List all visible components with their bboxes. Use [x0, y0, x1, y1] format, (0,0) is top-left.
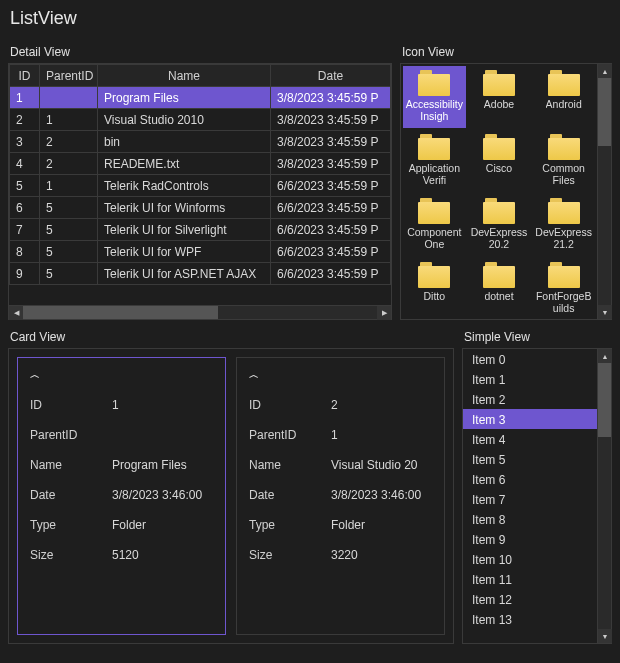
- column-header[interactable]: ID: [10, 65, 40, 87]
- card-field-value: 3/8/2023 3:46:00: [331, 488, 421, 502]
- scroll-down-icon[interactable]: ▼: [598, 629, 612, 643]
- icon-label: DevExpress 20.2: [470, 226, 529, 250]
- table-row[interactable]: 85Telerik UI for WPF6/6/2023 3:45:59 P: [10, 241, 391, 263]
- cell-parentid: 2: [40, 153, 98, 175]
- card[interactable]: ︿ID2ParentID1NameVisual Studio 20Date3/8…: [236, 357, 445, 635]
- icon-item[interactable]: Ditto: [403, 258, 466, 319]
- list-item[interactable]: Item 10: [463, 549, 597, 569]
- list-item[interactable]: Item 5: [463, 449, 597, 469]
- vertical-scrollbar[interactable]: ▲ ▼: [597, 64, 611, 319]
- table-row[interactable]: 95Telerik UI for ASP.NET AJAX6/6/2023 3:…: [10, 263, 391, 285]
- list-item[interactable]: Item 4: [463, 429, 597, 449]
- folder-icon: [548, 198, 580, 224]
- cell-name: Telerik UI for WPF: [98, 241, 271, 263]
- table-row[interactable]: 21Visual Studio 20103/8/2023 3:45:59 P: [10, 109, 391, 131]
- chevron-up-icon[interactable]: ︿: [30, 368, 213, 390]
- cell-date: 3/8/2023 3:45:59 P: [271, 109, 391, 131]
- list-item[interactable]: Item 6: [463, 469, 597, 489]
- folder-icon: [548, 134, 580, 160]
- vertical-scrollbar[interactable]: ▲ ▼: [597, 349, 611, 643]
- icon-item[interactable]: Application Verifi: [403, 130, 466, 192]
- card-field-label: Type: [30, 518, 112, 532]
- icon-item[interactable]: Cisco: [468, 130, 531, 192]
- scroll-up-icon[interactable]: ▲: [598, 64, 612, 78]
- list-item[interactable]: Item 3: [463, 409, 597, 429]
- icon-item[interactable]: ComponentOne: [403, 194, 466, 256]
- scroll-up-icon[interactable]: ▲: [598, 349, 612, 363]
- scroll-left-icon[interactable]: ◀: [9, 306, 23, 320]
- scroll-right-icon[interactable]: ▶: [377, 306, 391, 320]
- table-row[interactable]: 1Program Files3/8/2023 3:45:59 P: [10, 87, 391, 109]
- card-field-label: Date: [249, 488, 331, 502]
- list-item[interactable]: Item 1: [463, 369, 597, 389]
- table-row[interactable]: 32bin3/8/2023 3:45:59 P: [10, 131, 391, 153]
- card-field-label: ParentID: [249, 428, 331, 442]
- list-item[interactable]: Item 9: [463, 529, 597, 549]
- cell-date: 3/8/2023 3:45:59 P: [271, 131, 391, 153]
- icon-item[interactable]: Adobe: [468, 66, 531, 128]
- list-item[interactable]: Item 11: [463, 569, 597, 589]
- cell-name: Program Files: [98, 87, 271, 109]
- list-item[interactable]: Item 0: [463, 349, 597, 369]
- cell-date: 6/6/2023 3:45:59 P: [271, 175, 391, 197]
- folder-icon: [418, 262, 450, 288]
- icon-label: DevExpress 21.2: [534, 226, 593, 250]
- card[interactable]: ︿ID1ParentIDNameProgram FilesDate3/8/202…: [17, 357, 226, 635]
- list-item[interactable]: Item 12: [463, 589, 597, 609]
- table-row[interactable]: 75Telerik UI for Silverlight6/6/2023 3:4…: [10, 219, 391, 241]
- list-item[interactable]: Item 13: [463, 609, 597, 629]
- list-item[interactable]: Item 7: [463, 489, 597, 509]
- folder-icon: [418, 134, 450, 160]
- cell-id: 1: [10, 87, 40, 109]
- cell-date: 6/6/2023 3:45:59 P: [271, 197, 391, 219]
- cell-name: READEME.txt: [98, 153, 271, 175]
- table-row[interactable]: 42READEME.txt3/8/2023 3:45:59 P: [10, 153, 391, 175]
- cell-parentid: 1: [40, 109, 98, 131]
- icon-item[interactable]: FontForgeBuilds: [532, 258, 595, 319]
- card-field-value: 2: [331, 398, 338, 412]
- cell-parentid: 5: [40, 197, 98, 219]
- icon-item[interactable]: Android: [532, 66, 595, 128]
- chevron-up-icon[interactable]: ︿: [249, 368, 432, 390]
- card-field-label: Name: [249, 458, 331, 472]
- icon-item[interactable]: DevExpress 20.2: [468, 194, 531, 256]
- icon-view-label: Icon View: [400, 43, 612, 63]
- icon-item[interactable]: Common Files: [532, 130, 595, 192]
- cell-parentid: 5: [40, 263, 98, 285]
- cell-id: 2: [10, 109, 40, 131]
- scroll-down-icon[interactable]: ▼: [598, 305, 612, 319]
- cell-name: Telerik UI for ASP.NET AJAX: [98, 263, 271, 285]
- icon-label: AccessibilityInsigh: [405, 98, 464, 122]
- icon-item[interactable]: AccessibilityInsigh: [403, 66, 466, 128]
- card-field-label: Name: [30, 458, 112, 472]
- icon-item[interactable]: DevExpress 21.2: [532, 194, 595, 256]
- folder-icon: [483, 262, 515, 288]
- column-header[interactable]: Date: [271, 65, 391, 87]
- cell-id: 3: [10, 131, 40, 153]
- horizontal-scrollbar[interactable]: ◀ ▶: [9, 305, 391, 319]
- simple-view-label: Simple View: [462, 328, 612, 348]
- detail-table[interactable]: IDParentIDNameDate 1Program Files3/8/202…: [9, 64, 391, 285]
- column-header[interactable]: ParentID: [40, 65, 98, 87]
- table-row[interactable]: 65Telerik UI for Winforms6/6/2023 3:45:5…: [10, 197, 391, 219]
- list-item[interactable]: Item 2: [463, 389, 597, 409]
- icon-item[interactable]: dotnet: [468, 258, 531, 319]
- icon-label: Common Files: [534, 162, 593, 186]
- cell-date: 3/8/2023 3:45:59 P: [271, 87, 391, 109]
- cell-parentid: [40, 87, 98, 109]
- folder-icon: [483, 70, 515, 96]
- cell-id: 7: [10, 219, 40, 241]
- column-header[interactable]: Name: [98, 65, 271, 87]
- icon-label: Adobe: [484, 98, 514, 110]
- cell-id: 5: [10, 175, 40, 197]
- table-row[interactable]: 51Telerik RadControls6/6/2023 3:45:59 P: [10, 175, 391, 197]
- card-field-label: ID: [249, 398, 331, 412]
- cell-parentid: 5: [40, 241, 98, 263]
- icon-label: Cisco: [486, 162, 512, 174]
- cell-name: Visual Studio 2010: [98, 109, 271, 131]
- detail-view: IDParentIDNameDate 1Program Files3/8/202…: [8, 63, 392, 320]
- card-field-value: Folder: [112, 518, 146, 532]
- card-field-value: Folder: [331, 518, 365, 532]
- list-item[interactable]: Item 8: [463, 509, 597, 529]
- card-view: ︿ID1ParentIDNameProgram FilesDate3/8/202…: [8, 348, 454, 644]
